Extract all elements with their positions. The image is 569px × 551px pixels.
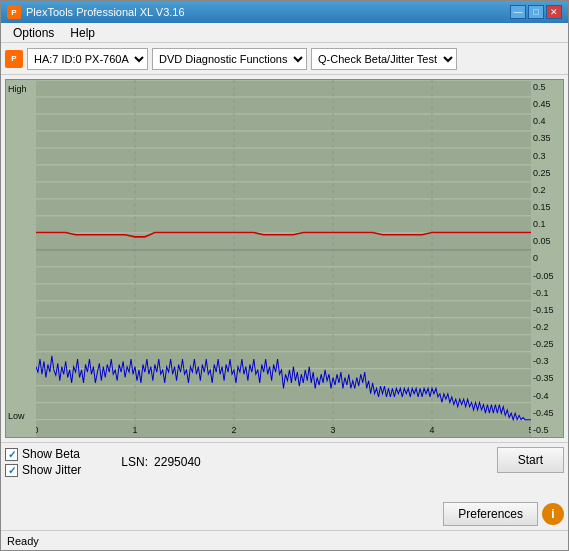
show-beta-row: ✓ Show Beta xyxy=(5,447,81,461)
maximize-button[interactable]: □ xyxy=(528,5,544,19)
bottom-panel: ✓ Show Beta ✓ Show Jitter LSN: 2295040 xyxy=(1,442,568,530)
y-axis-right: 0.5 0.45 0.4 0.35 0.3 0.25 0.2 0.15 0.1 … xyxy=(531,80,563,437)
svg-text:2: 2 xyxy=(232,424,237,434)
title-controls: — □ ✕ xyxy=(510,5,562,19)
show-jitter-label: Show Jitter xyxy=(22,463,81,477)
svg-text:4: 4 xyxy=(430,424,435,434)
bottom-row2: Preferences i xyxy=(5,502,564,526)
chart-svg: 0 1 2 3 4 5 xyxy=(36,80,531,437)
svg-text:5: 5 xyxy=(529,424,531,434)
low-label: Low xyxy=(8,411,25,421)
title-bar-left: P PlexTools Professional XL V3.16 xyxy=(7,5,185,19)
test-select[interactable]: Q-Check Beta/Jitter Test xyxy=(311,48,457,70)
chart-area: High Low 0.5 0.45 0.4 0.35 0.3 0.25 0.2 … xyxy=(5,79,564,438)
info-button[interactable]: i xyxy=(542,503,564,525)
title-bar: P PlexTools Professional XL V3.16 — □ ✕ xyxy=(1,1,568,23)
chart-canvas: 0 1 2 3 4 5 xyxy=(36,80,531,437)
app-icon: P xyxy=(7,5,21,19)
lsn-label: LSN: xyxy=(121,455,148,469)
window-title: PlexTools Professional XL V3.16 xyxy=(26,6,185,18)
preferences-button[interactable]: Preferences xyxy=(443,502,538,526)
lsn-value: 2295040 xyxy=(154,455,201,469)
toolbar: P HA:7 ID:0 PX-760A DVD Diagnostic Funct… xyxy=(1,43,568,75)
function-select[interactable]: DVD Diagnostic Functions xyxy=(152,48,307,70)
show-beta-checkbox[interactable]: ✓ xyxy=(5,448,18,461)
lsn-area: LSN: 2295040 xyxy=(121,455,200,469)
show-beta-label: Show Beta xyxy=(22,447,80,461)
bottom-row1: ✓ Show Beta ✓ Show Jitter LSN: 2295040 xyxy=(5,447,564,498)
close-button[interactable]: ✕ xyxy=(546,5,562,19)
main-window: P PlexTools Professional XL V3.16 — □ ✕ … xyxy=(0,0,569,551)
svg-text:3: 3 xyxy=(331,424,336,434)
menu-options[interactable]: Options xyxy=(5,24,62,42)
beta-check-mark: ✓ xyxy=(8,449,16,460)
minimize-button[interactable]: — xyxy=(510,5,526,19)
show-jitter-checkbox[interactable]: ✓ xyxy=(5,464,18,477)
checkboxes: ✓ Show Beta ✓ Show Jitter xyxy=(5,447,81,477)
svg-text:0: 0 xyxy=(36,424,38,434)
drive-icon: P xyxy=(5,50,23,68)
menu-help[interactable]: Help xyxy=(62,24,103,42)
jitter-check-mark: ✓ xyxy=(8,465,16,476)
start-button[interactable]: Start xyxy=(497,447,564,473)
drive-select[interactable]: HA:7 ID:0 PX-760A xyxy=(27,48,148,70)
svg-rect-0 xyxy=(36,80,531,437)
show-jitter-row: ✓ Show Jitter xyxy=(5,463,81,477)
menu-bar: Options Help xyxy=(1,23,568,43)
svg-text:1: 1 xyxy=(133,424,138,434)
status-text: Ready xyxy=(7,535,39,547)
high-label: High xyxy=(8,84,27,94)
status-bar: Ready xyxy=(1,530,568,550)
